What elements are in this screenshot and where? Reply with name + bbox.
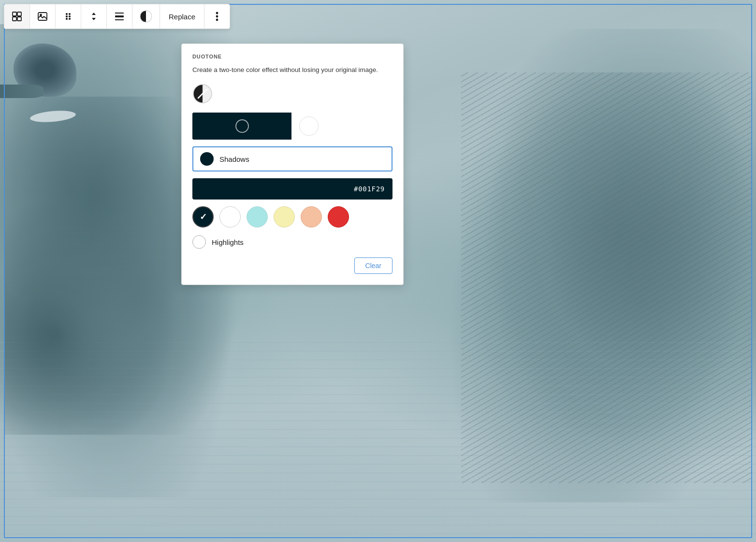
image-icon-button[interactable] xyxy=(30,4,56,29)
swatch-yellow-button[interactable] xyxy=(274,206,295,228)
drag-handle-button[interactable] xyxy=(56,4,81,29)
swatch-dark-button[interactable]: ✓ xyxy=(192,206,214,228)
color-swatches-row: ✓ xyxy=(192,206,393,228)
align-icon xyxy=(114,11,125,22)
clear-label: Clear xyxy=(365,262,381,270)
check-icon: ✓ xyxy=(200,212,207,222)
clear-button[interactable]: Clear xyxy=(354,257,393,274)
popover-title: DUOTONE xyxy=(192,54,393,59)
move-arrows-icon xyxy=(88,11,100,22)
block-icon-button[interactable] xyxy=(4,4,30,29)
replace-button[interactable]: Replace xyxy=(160,4,204,29)
toolbar: Replace xyxy=(4,4,230,29)
hex-display[interactable]: #001F29 xyxy=(192,178,393,200)
svg-rect-12 xyxy=(115,15,124,17)
svg-rect-0 xyxy=(13,12,16,16)
svg-point-5 xyxy=(40,14,42,16)
image-icon xyxy=(37,11,48,22)
swatch-red-button[interactable] xyxy=(328,206,349,228)
duotone-icon xyxy=(139,10,153,23)
highlights-row[interactable]: Highlights xyxy=(192,235,393,249)
svg-point-9 xyxy=(69,14,70,14)
more-options-button[interactable] xyxy=(204,4,230,29)
shadow-swatch-ring xyxy=(235,119,249,133)
duotone-preview xyxy=(192,84,393,106)
duotone-preview-icon xyxy=(192,84,213,104)
svg-point-10 xyxy=(69,16,70,17)
duotone-popover: DUOTONE Create a two-tone color effect w… xyxy=(181,43,404,285)
svg-rect-2 xyxy=(13,17,16,21)
shadows-dot xyxy=(200,152,214,166)
shadows-field[interactable]: Shadows xyxy=(192,146,393,171)
replace-label: Replace xyxy=(169,13,195,21)
duck-wing-right xyxy=(461,72,751,483)
move-arrows-button[interactable] xyxy=(81,4,107,29)
highlights-circle xyxy=(192,235,206,249)
svg-point-6 xyxy=(66,14,67,14)
block-icon xyxy=(11,11,23,22)
svg-rect-1 xyxy=(17,12,21,16)
highlights-label: Highlights xyxy=(212,238,244,246)
hex-value: #001F29 xyxy=(354,185,385,193)
align-icon-button[interactable] xyxy=(107,4,132,29)
more-options-icon xyxy=(211,11,223,22)
shadows-label: Shadows xyxy=(219,155,249,163)
svg-point-19 xyxy=(217,19,218,21)
shadow-color-swatch[interactable] xyxy=(192,113,291,140)
clear-button-row: Clear xyxy=(192,257,393,274)
swatch-peach-button[interactable] xyxy=(301,206,322,228)
svg-rect-3 xyxy=(17,17,21,21)
drag-handle-icon xyxy=(62,11,74,22)
swatch-preview-row xyxy=(192,113,393,140)
swatch-cyan-button[interactable] xyxy=(247,206,268,228)
popover-description: Create a two-tone color effect without l… xyxy=(192,65,393,75)
swatch-white-button[interactable] xyxy=(219,206,241,228)
highlight-color-swatch[interactable] xyxy=(299,116,319,136)
duotone-icon-button[interactable] xyxy=(132,4,160,29)
svg-point-18 xyxy=(217,16,218,17)
svg-point-17 xyxy=(217,13,218,14)
svg-point-11 xyxy=(69,18,70,19)
duck-beak xyxy=(0,85,44,98)
svg-point-7 xyxy=(66,16,67,17)
svg-point-8 xyxy=(66,18,67,19)
